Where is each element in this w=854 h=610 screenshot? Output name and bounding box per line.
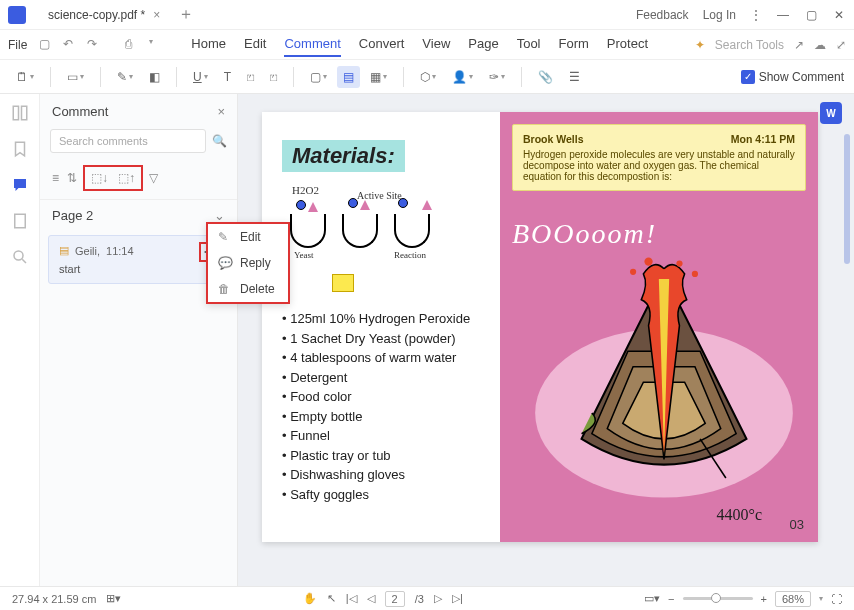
note-icon: ▤	[59, 244, 69, 257]
tab-form[interactable]: Form	[559, 32, 589, 57]
show-comment-toggle[interactable]: ✓ Show Comment	[741, 70, 844, 84]
tab-tool[interactable]: Tool	[517, 32, 541, 57]
comment-item[interactable]: ▤ Geili, 11:14 ⋯ start	[48, 235, 229, 284]
signature-tool[interactable]: ✑▾	[483, 66, 511, 88]
print-icon[interactable]: ⎙	[125, 37, 141, 53]
page-label: Page 2	[52, 208, 93, 223]
prev-page-icon[interactable]: ◁	[367, 592, 375, 605]
comment-toolbar: 🗒▾ ▭▾ ✎▾ ◧ U▾ T ⏍ ⏍ ▢▾ ▤ ▦▾ ⬡▾ 👤▾ ✑▾ 📎 ☰…	[0, 60, 854, 94]
collapse-icon[interactable]: ⬚↑	[116, 169, 137, 187]
undo-icon[interactable]: ↶	[63, 37, 79, 53]
feedback-link[interactable]: Feedback	[636, 8, 689, 22]
tab-page[interactable]: Page	[468, 32, 498, 57]
new-tab-button[interactable]: ＋	[178, 4, 194, 25]
close-window-button[interactable]: ✕	[832, 8, 846, 22]
sticky-note-popup[interactable]: Brook Wells Mon 4:11 PM Hydrogen peroxid…	[512, 124, 806, 191]
sticky-note-marker[interactable]	[332, 274, 354, 292]
expand-icon[interactable]: ⤢	[836, 38, 846, 52]
eraser-tool[interactable]: ◧	[143, 66, 166, 88]
svg-point-3	[14, 251, 23, 260]
attachment-panel-icon[interactable]	[11, 212, 29, 230]
svg-point-8	[630, 269, 636, 275]
expand-icon[interactable]: ⬚↓	[89, 169, 110, 187]
underline-tool[interactable]: U▾	[187, 66, 214, 88]
ctx-edit[interactable]: ✎ Edit	[208, 224, 288, 250]
document-viewport[interactable]: W Materials: H2O2 Active Site	[238, 94, 854, 586]
pencil-icon: ✎	[218, 230, 232, 244]
tab-edit[interactable]: Edit	[244, 32, 266, 57]
last-page-icon[interactable]: ▷|	[452, 592, 463, 605]
next-page-icon[interactable]: ▷	[434, 592, 442, 605]
zoom-in-icon[interactable]: +	[761, 593, 767, 605]
textbox-tool[interactable]: ⏍	[241, 66, 260, 88]
callout-tool[interactable]: ⏍	[264, 66, 283, 88]
comment-panel: Comment × Search comments 🔍 ≡ ⇅ ⬚↓ ⬚↑ ▽ …	[40, 94, 238, 586]
kebab-icon[interactable]: ⋮	[750, 8, 762, 22]
thumbnail-icon[interactable]	[11, 104, 29, 122]
shape-tool[interactable]: ▢▾	[304, 66, 333, 88]
document-tab[interactable]: science-copy.pdf * ×	[38, 4, 170, 26]
tab-view[interactable]: View	[422, 32, 450, 57]
share-icon[interactable]: ↗	[794, 38, 804, 52]
hand-tool-icon[interactable]: ✋	[303, 592, 317, 605]
cloud-icon[interactable]: ☁	[814, 38, 826, 52]
materials-heading: Materials:	[282, 140, 405, 172]
save-icon[interactable]: ▢	[39, 37, 55, 53]
stamp2-tool[interactable]: 👤▾	[446, 66, 479, 88]
scrollbar-thumb[interactable]	[844, 134, 850, 264]
sort-az-icon[interactable]: ⇅	[65, 169, 79, 187]
menu-tabs: Home Edit Comment Convert View Page Tool…	[191, 32, 648, 57]
temperature-label: 4400°c	[717, 506, 763, 524]
svg-rect-1	[21, 106, 26, 120]
trash-icon: 🗑	[218, 282, 232, 296]
comment-search-input[interactable]: Search comments	[50, 129, 206, 153]
materials-list: 125ml 10% Hydrogen Peroxide 1 Sachet Dry…	[282, 309, 488, 504]
panel-close-icon[interactable]: ×	[217, 104, 225, 119]
search-icon[interactable]: 🔍	[212, 134, 227, 148]
search-tools-input[interactable]: Search Tools	[715, 38, 784, 52]
text-tool[interactable]: T	[218, 66, 237, 88]
svg-line-4	[22, 259, 26, 263]
zoom-value[interactable]: 68%	[775, 591, 811, 607]
maximize-button[interactable]: ▢	[804, 8, 818, 22]
tab-home[interactable]: Home	[191, 32, 226, 57]
ctx-delete[interactable]: 🗑 Delete	[208, 276, 288, 302]
attachment-tool[interactable]: 📎	[532, 66, 559, 88]
search-panel-icon[interactable]	[11, 248, 29, 266]
filter-icon[interactable]: ▽	[147, 169, 160, 187]
comment-panel-icon[interactable]	[11, 176, 29, 194]
ctx-reply[interactable]: 💬 Reply	[208, 250, 288, 276]
bookmark-icon[interactable]	[11, 140, 29, 158]
fullscreen-icon[interactable]: ⛶	[831, 593, 842, 605]
comment-body: start	[59, 263, 218, 275]
sort-list-icon[interactable]: ≡	[50, 169, 61, 187]
wand-icon[interactable]: ✦	[695, 38, 705, 52]
close-tab-icon[interactable]: ×	[153, 8, 160, 22]
svg-point-7	[676, 261, 682, 267]
measure-tool[interactable]: ⬡▾	[414, 66, 442, 88]
note-tool[interactable]: 🗒▾	[10, 66, 40, 88]
quick-access-toolbar: ▢ ↶ ↷ ⎙ ▾	[39, 37, 165, 53]
file-menu[interactable]: File	[8, 38, 27, 52]
sticky-note-tool[interactable]: ▤	[337, 66, 360, 88]
word-export-badge[interactable]: W	[820, 102, 842, 124]
zoom-out-icon[interactable]: −	[668, 593, 674, 605]
highlight-tool[interactable]: ▭▾	[61, 66, 90, 88]
pencil-tool[interactable]: ✎▾	[111, 66, 139, 88]
redo-icon[interactable]: ↷	[87, 37, 103, 53]
stamp-tool[interactable]: ▦▾	[364, 66, 393, 88]
caret-icon[interactable]: ▾	[149, 37, 165, 53]
list-tool[interactable]: ☰	[563, 66, 586, 88]
tab-title: science-copy.pdf *	[48, 8, 145, 22]
tab-comment[interactable]: Comment	[284, 32, 340, 57]
view-mode-icon[interactable]: ▭▾	[644, 592, 660, 605]
select-tool-icon[interactable]: ↖	[327, 592, 336, 605]
page-input[interactable]: 2	[385, 591, 405, 607]
minimize-button[interactable]: —	[776, 8, 790, 22]
tab-convert[interactable]: Convert	[359, 32, 405, 57]
ruler-icon[interactable]: ⊞▾	[106, 592, 121, 605]
zoom-slider[interactable]	[683, 597, 753, 600]
tab-protect[interactable]: Protect	[607, 32, 648, 57]
first-page-icon[interactable]: |◁	[346, 592, 357, 605]
login-link[interactable]: Log In	[703, 8, 736, 22]
